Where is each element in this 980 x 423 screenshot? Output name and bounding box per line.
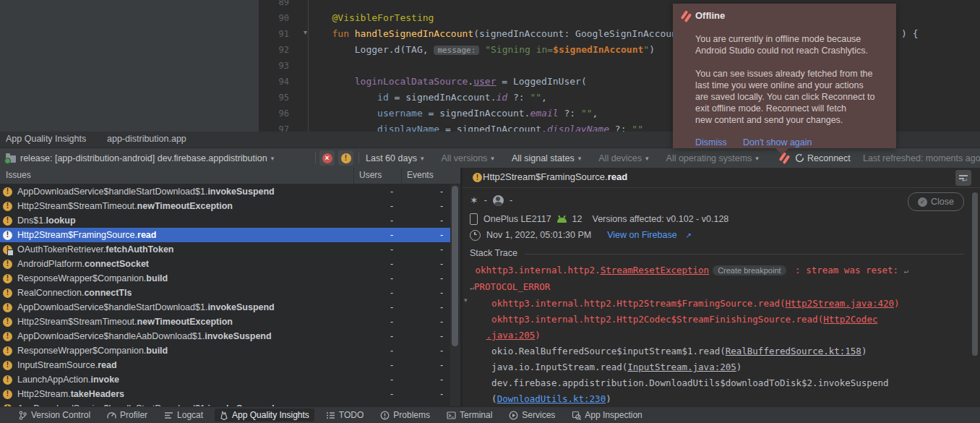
release-variant-icon: [6, 148, 16, 168]
stack-frame-link[interactable]: DownloadUtils.kt:230: [497, 393, 606, 404]
tool-window-button-profiler[interactable]: Profiler: [102, 409, 152, 422]
users-count: -: [384, 302, 399, 312]
column-users[interactable]: Users: [359, 170, 382, 180]
create-breakpoint-chip[interactable]: Create breakpoint: [713, 265, 786, 275]
warning-icon: !: [3, 216, 12, 226]
issue-row[interactable]: !ResponseWrapper$Companion.build--: [0, 271, 460, 286]
fatal-filter-button[interactable]: ×: [319, 150, 335, 166]
versions-affected: Versions affected: v0.102 - v0.128: [593, 214, 729, 224]
issue-row[interactable]: !InputStreamSource.read--: [0, 358, 460, 372]
stack-frame-link[interactable]: Http2Stream.java:420: [786, 298, 895, 309]
user-count-icon: [493, 195, 504, 206]
users-count: -: [384, 389, 399, 399]
issue-row[interactable]: !AppDownloadService$handleStartDownload$…: [0, 300, 460, 315]
issue-label: LaunchAppAction.invoke: [17, 375, 119, 385]
users-count: -: [384, 215, 399, 226]
view-on-firebase-link[interactable]: View on Firebase: [607, 230, 676, 240]
dismiss-link[interactable]: Dismiss: [695, 137, 727, 148]
tool-window-button-logcat[interactable]: Logcat: [159, 409, 208, 422]
stack-trace-label: Stack Trace: [470, 248, 517, 258]
warning-icon: !: [3, 274, 12, 283]
stack-frame-link[interactable]: InputStream.java:205: [627, 362, 736, 372]
events-count: -: [434, 302, 449, 312]
stack-frame-link[interactable]: RealBufferedSource.kt:158: [726, 346, 861, 356]
event-time-row: Nov 1, 2022, 05:01:30 PM View on Firebas…: [463, 227, 980, 243]
warning-icon: !: [3, 375, 12, 385]
filter-all-signal-states[interactable]: All signal states▾: [512, 153, 581, 163]
issue-row[interactable]: !OAuthTokenRetriever.fetchAuthToken--: [0, 242, 460, 257]
issue-row[interactable]: !ResponseWrapper$Companion.build--: [0, 343, 460, 358]
issue-label: Http2Stream.takeHeaders: [17, 389, 124, 399]
refresh-icon: [795, 153, 804, 163]
stack-frame-link[interactable]: Http2Codec: [823, 314, 877, 325]
tool-window-button-todo[interactable]: TODO: [321, 409, 369, 422]
stack-line: okhttp3.internal.http2.Http2Codec$Stream…: [470, 312, 968, 328]
issues-scrollbar: [450, 184, 460, 406]
issue-label: Http2Stream$FramingSource.read: [17, 230, 156, 240]
issue-counts-row: ✶ - -: [463, 192, 980, 208]
tool-window-button-services[interactable]: Services: [504, 409, 560, 422]
filter-all-devices[interactable]: All devices▾: [598, 153, 648, 163]
chevron-down-icon: ▾: [578, 155, 582, 162]
line-number: 89: [259, 0, 289, 10]
issue-detail-titlebar: ! Http2Stream$FramingSource.read ↩: [463, 168, 980, 188]
issue-row[interactable]: !LaunchAppAction.invoke--: [0, 372, 460, 387]
dont-show-again-link[interactable]: Don't show again: [743, 137, 812, 148]
tool-window-button-app-inspection[interactable]: App Inspection: [567, 409, 647, 422]
tool-window-button-version-control[interactable]: Version Control: [13, 409, 95, 422]
services-icon: [509, 411, 518, 420]
nonfatal-filter-button[interactable]: !: [338, 150, 353, 166]
issue-row[interactable]: !Http2Stream$StreamTimeout.newTimeoutExc…: [0, 315, 460, 329]
tab-app-distribution[interactable]: app-distribution.app: [107, 134, 186, 144]
tool-window-button-terminal[interactable]: Terminal: [442, 409, 497, 422]
tool-window-button-app-quality-insights[interactable]: App Quality Insights: [215, 409, 314, 422]
scrollbar-thumb[interactable]: [972, 192, 978, 356]
terminal-icon: [447, 411, 456, 420]
events-count: -: [434, 230, 449, 240]
issue-row[interactable]: !AndroidPlatform.connectSocket--: [0, 257, 460, 271]
issue-row[interactable]: !Http2Stream$StreamTimeout.newTimeoutExc…: [0, 199, 460, 213]
scrollbar-thumb[interactable]: [452, 186, 458, 346]
column-events[interactable]: Events: [407, 170, 434, 180]
issue-row[interactable]: !AppDownloadService$handleAabDownload$1.…: [0, 329, 460, 343]
filter-all-operating-systems[interactable]: All operating systems▾: [666, 153, 759, 163]
external-link-icon: ↗: [686, 231, 692, 239]
popup-pointer: [775, 148, 789, 155]
filter-all-versions[interactable]: All versions▾: [441, 153, 494, 163]
events-count: -: [434, 346, 449, 356]
warning-icon: !: [3, 187, 12, 197]
issue-row[interactable]: !AppDownloadService$handleStartDownload$…: [0, 401, 460, 406]
users-count: -: [384, 346, 399, 356]
stack-line: (DownloadUtils.kt:230): [470, 391, 968, 406]
column-issues[interactable]: Issues: [6, 170, 31, 180]
tool-window-button-problems[interactable]: Problems: [375, 409, 435, 422]
issue-row[interactable]: !Dns$1.lookup--: [0, 213, 460, 228]
chevron-down-icon: ▾: [271, 155, 275, 162]
release-selector[interactable]: release: [app-distribution-android] dev.…: [20, 148, 274, 168]
users-count: -: [384, 288, 399, 298]
crashlytics-icon: [681, 11, 692, 22]
filter-last-60-days[interactable]: Last 60 days▾: [366, 153, 424, 163]
stack-frame-link[interactable]: StreamResetException: [601, 265, 710, 275]
stack-frame-link[interactable]: .java:205: [486, 330, 536, 341]
issue-row[interactable]: !Http2Stream$FramingSource.read--: [0, 228, 460, 242]
filter-group: Last 60 days▾All versions▾All signal sta…: [366, 148, 759, 168]
warning-icon: !: [3, 303, 12, 312]
error-icon: ×: [322, 153, 332, 163]
warning-icon: !: [3, 260, 12, 269]
fold-marker-icon[interactable]: ▾: [464, 296, 468, 304]
issue-row[interactable]: !Http2Stream.takeHeaders--: [0, 387, 460, 401]
soft-wrap-toggle[interactable]: ↩: [955, 170, 971, 186]
issue-row[interactable]: !AppDownloadService$handleStartDownload$…: [0, 184, 460, 199]
events-count: -: [434, 331, 449, 341]
chevron-down-icon: ▾: [491, 155, 494, 162]
close-issue-button[interactable]: ✓ Close: [908, 192, 964, 211]
issue-row[interactable]: !RealConnection.connectTls--: [0, 286, 460, 300]
fold-marker-icon[interactable]: ▾: [304, 28, 307, 36]
reconnect-button[interactable]: Reconnect: [795, 148, 851, 168]
issue-label: ResponseWrapper$Companion.build: [17, 273, 168, 283]
stack-line: okhttp3.internal.http2.Http2Stream$Frami…: [470, 296, 968, 312]
issue-label: OAuthTokenRetriever.fetchAuthToken: [17, 244, 174, 255]
check-icon: ✓: [918, 197, 927, 207]
stack-line: dev.firebase.appdistribution.DownloadUti…: [470, 375, 968, 391]
